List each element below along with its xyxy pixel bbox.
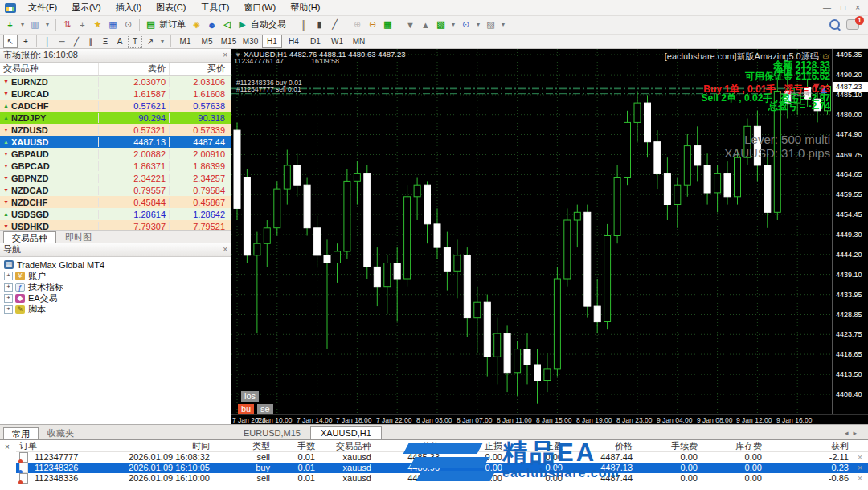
timeframe-mn[interactable]: MN	[349, 35, 369, 48]
tile-windows-button[interactable]: ▦	[381, 18, 395, 31]
menu-item[interactable]: 插入(I)	[108, 2, 149, 12]
navigator-root[interactable]: ▦ TradeMax Global MT4	[0, 259, 231, 271]
timeframe-m30[interactable]: M30	[240, 35, 260, 48]
periods-button[interactable]: ⊙	[459, 18, 473, 31]
candlestick-chart[interactable]: #112348336 buy 0.01#112347777 sell 0.014…	[231, 49, 832, 414]
terminal-toggle-icon[interactable]: ▦	[106, 18, 120, 31]
search-icon[interactable]	[829, 19, 840, 30]
orders-column-header[interactable]: 止损	[443, 440, 506, 451]
market-watch-row[interactable]: ▼GBPNZD2.342212.34257	[0, 172, 231, 184]
orders-column-header[interactable]: 价格	[375, 440, 443, 451]
market-watch-column-header[interactable]: 买价	[169, 63, 228, 75]
new-order-button[interactable]: 新订单	[159, 18, 186, 31]
market-watch-tab[interactable]: 交易品种	[3, 231, 56, 243]
auto-arrange-button[interactable]: ▼	[403, 18, 417, 31]
orders-column-header[interactable]: 时间	[113, 440, 213, 451]
market-watch-row[interactable]: ▼GBPAUD2.008822.00910	[0, 148, 231, 160]
strategy-tester-icon[interactable]: ⊙	[121, 18, 135, 31]
zoom-out-button[interactable]: ⊖	[366, 18, 379, 31]
market-watch-row[interactable]: ▲USDSGD1.286141.28642	[0, 208, 231, 220]
tab-scroll-arrows[interactable]: ◂▸	[845, 429, 868, 439]
minimize-button[interactable]: —	[823, 3, 831, 12]
text-label-tool[interactable]: T	[128, 35, 142, 48]
market-watch-row[interactable]: ▲NZDJPY90.29490.318	[0, 112, 231, 124]
menu-item[interactable]: 帮助(H)	[283, 2, 327, 12]
ea-panel-button-los[interactable]: los	[241, 391, 259, 402]
market-watch-tab[interactable]: 即时图	[56, 231, 100, 243]
timeframe-d1[interactable]: D1	[305, 35, 326, 48]
navigator-close-icon[interactable]: ×	[223, 245, 227, 254]
menu-item[interactable]: 文件(F)	[21, 2, 64, 12]
line-chart-button[interactable]: ╱	[328, 18, 342, 31]
crosshair-tool[interactable]: +	[19, 35, 32, 47]
templates-dropdown-icon[interactable]: ▾	[499, 18, 507, 31]
profiles-dropdown-icon[interactable]: ▾	[43, 18, 51, 31]
market-watch-row[interactable]: ▼EURNZD2.030702.03106	[0, 76, 231, 88]
chart-tab[interactable]: XAUUSD,H1	[310, 426, 382, 439]
bar-chart-button[interactable]: ║	[297, 18, 311, 31]
market-watch-row[interactable]: ▼NZDCHF0.458440.45867	[0, 196, 231, 208]
autotrading-icon[interactable]: ▶	[235, 18, 249, 31]
candlestick-chart-button[interactable]: ▮	[313, 18, 326, 31]
close-order-icon[interactable]: ×	[852, 463, 868, 473]
market-watch-close-icon[interactable]: ×	[223, 51, 227, 59]
trendline-tool[interactable]: ╱	[70, 35, 83, 47]
expand-icon[interactable]: +	[4, 305, 13, 314]
orders-column-header[interactable]: 获利	[765, 440, 852, 451]
cursor-tool[interactable]: ↖	[3, 35, 18, 48]
ea-panel-button-se[interactable]: se	[257, 404, 273, 414]
orders-column-header[interactable]: 订单	[16, 440, 113, 451]
timeframe-h1[interactable]: H1	[262, 35, 282, 48]
terminal-close-icon[interactable]: ×	[5, 443, 10, 451]
profiles-button[interactable]: ▥	[28, 18, 42, 31]
orders-column-header[interactable]: 手续费	[636, 440, 701, 451]
templates-button[interactable]: ▨	[484, 18, 497, 31]
new-chart-dropdown-icon[interactable]: ▾	[18, 18, 27, 31]
sounds-icon[interactable]: ◁	[220, 18, 234, 31]
fibonacci-tool[interactable]: Ξ	[99, 35, 112, 47]
close-button[interactable]: ×	[855, 3, 860, 12]
chart-area[interactable]: #112348336 buy 0.01#112347777 sell 0.014…	[231, 49, 868, 424]
orders-column-header[interactable]: 手数	[273, 440, 318, 451]
metaeditor-icon[interactable]: ◈	[190, 18, 203, 31]
navigator-tab[interactable]: 收藏夹	[39, 427, 83, 439]
navigator-item[interactable]: +ƒ技术指标	[0, 282, 231, 293]
autotrading-button[interactable]: 自动交易	[251, 18, 286, 31]
periods-dropdown-icon[interactable]: ▾	[474, 18, 482, 31]
market-watch-row[interactable]: ▲CADCHF0.576210.57638	[0, 100, 231, 112]
expand-icon[interactable]: +	[4, 272, 13, 280]
navigator-toggle-icon[interactable]: ★	[91, 18, 104, 31]
ea-panel-button-bu[interactable]: bu	[238, 404, 254, 414]
expand-icon[interactable]: +	[4, 294, 13, 303]
navigator-item[interactable]: +✎脚本	[0, 304, 231, 316]
close-order-icon[interactable]: ×	[852, 452, 868, 463]
market-watch-row[interactable]: ▼USDHKD7.793077.79521	[0, 220, 231, 229]
restore-button[interactable]: □	[841, 3, 845, 12]
indicators-dropdown-icon[interactable]: ▾	[449, 18, 457, 31]
text-tool[interactable]: A	[113, 35, 126, 47]
order-row[interactable]: 1123483362026.01.09 16:10:00sell0.01xauu…	[16, 473, 868, 484]
orders-column-header[interactable]: 类型	[213, 440, 273, 451]
arrows-dropdown-icon[interactable]: ▾	[158, 35, 166, 47]
market-watch-row[interactable]: ▼NZDUSD0.573210.57339	[0, 124, 231, 136]
close-order-icon[interactable]: ×	[852, 473, 868, 484]
channel-tool[interactable]: ∥	[84, 35, 97, 47]
orders-column-header[interactable]: 交易品种	[318, 440, 375, 451]
timeframe-m5[interactable]: M5	[197, 35, 217, 48]
timeframe-h4[interactable]: H4	[284, 35, 304, 48]
market-watch-column-header[interactable]: 交易品种	[0, 63, 98, 75]
navigator-item[interactable]: +◆EA交易	[0, 293, 231, 304]
zoom-in-button[interactable]: ⊕	[350, 18, 364, 31]
order-row[interactable]: 1123477772026.01.09 16:08:32sell0.01xauu…	[16, 452, 868, 463]
arrows-tool[interactable]: ↗	[144, 35, 157, 47]
orders-column-header[interactable]: 价格	[566, 440, 636, 451]
timeframe-w1[interactable]: W1	[327, 35, 347, 48]
metaquotes-community-icon[interactable]: ☻	[205, 18, 219, 31]
menu-item[interactable]: 显示(V)	[64, 2, 108, 12]
chat-icon[interactable]: 1	[846, 19, 859, 30]
navigator-item[interactable]: +¥账户	[0, 271, 231, 282]
navigator-tab[interactable]: 常用	[3, 427, 39, 439]
new-order-icon[interactable]: ▤	[144, 18, 158, 31]
market-watch-row[interactable]: ▼EURCAD1.615871.61608	[0, 88, 231, 100]
new-chart-button[interactable]: +	[3, 18, 17, 31]
